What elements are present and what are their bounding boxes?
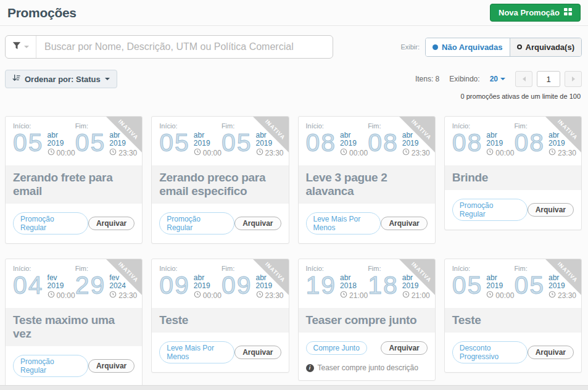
archive-button[interactable]: Arquivar bbox=[528, 203, 574, 217]
sort-label: Ordenar por: Status bbox=[25, 75, 101, 84]
promo-card: INATIVA Início: 19 abr 2018 21:00 Fim: 1… bbox=[298, 259, 436, 381]
card-dates: Início: 09 abr 2019 00:00 Fim: 09 abr bbox=[152, 259, 288, 308]
card-dates: Início: 08 abr 2019 00:00 Fim: 08 abr bbox=[445, 117, 581, 165]
archive-button[interactable]: Arquivar bbox=[88, 217, 135, 230]
clock-icon bbox=[549, 291, 556, 300]
end-date: Fim: 08 abr 2019 23:30 bbox=[514, 122, 576, 157]
end-day: 18 bbox=[368, 273, 399, 297]
page-size-dropdown[interactable]: 20 bbox=[490, 75, 505, 83]
archive-button[interactable]: Arquivar bbox=[234, 346, 281, 359]
promo-type-tag[interactable]: Promoção Regular bbox=[13, 355, 88, 377]
start-year: 2019 bbox=[340, 139, 368, 147]
exibindo-label: Exibindo: bbox=[449, 75, 479, 83]
toggle-archived[interactable]: Arquivada(s) bbox=[510, 38, 581, 56]
filter-row: Exibir: Não Arquivadas Arquivada(s) bbox=[0, 26, 588, 59]
promo-title: Brinde bbox=[445, 165, 581, 190]
start-year: 2019 bbox=[194, 282, 222, 290]
start-time: 00:00 bbox=[349, 149, 368, 157]
end-day: 09 bbox=[222, 273, 252, 297]
start-date: Início: 04 fev 2019 00:00 bbox=[13, 265, 75, 300]
end-time: 21:00 bbox=[412, 291, 430, 300]
start-date: Início: 05 abr 2019 00:00 bbox=[159, 122, 222, 157]
promo-type-tag[interactable]: Promoção Regular bbox=[452, 199, 528, 221]
promo-description-text: Teaser compre junto descrição bbox=[318, 363, 418, 372]
start-time: 00:00 bbox=[57, 291, 75, 300]
card-footer: Promoção Regular Arquivar bbox=[6, 346, 142, 386]
promo-type-tag[interactable]: Compre Junto bbox=[306, 341, 367, 355]
promo-card: INATIVA Início: 05 abr 2019 00:00 Fim: 0… bbox=[151, 116, 289, 244]
next-page-button[interactable] bbox=[565, 71, 582, 87]
arrow-left-icon bbox=[523, 77, 526, 81]
end-year: 2024 bbox=[109, 282, 137, 290]
prev-page-button[interactable] bbox=[515, 71, 532, 87]
search-input[interactable] bbox=[36, 36, 333, 58]
chevron-down-icon bbox=[24, 46, 29, 48]
start-time: 00:00 bbox=[203, 149, 222, 157]
start-year: 2019 bbox=[486, 282, 514, 290]
card-dates: Início: 19 abr 2018 21:00 Fim: 18 abr bbox=[299, 259, 435, 308]
filter-funnel-icon bbox=[12, 41, 21, 52]
toggle-not-archived[interactable]: Não Arquivadas bbox=[426, 38, 510, 56]
start-day: 19 bbox=[306, 273, 337, 297]
end-day: 29 bbox=[75, 273, 106, 297]
start-time: 00:00 bbox=[203, 291, 222, 300]
end-date: Fim: 05 abr 2019 23:30 bbox=[514, 265, 576, 300]
end-time: 23:30 bbox=[558, 149, 576, 157]
grid-icon bbox=[564, 8, 572, 17]
archive-button[interactable]: Arquivar bbox=[234, 217, 281, 230]
archive-button[interactable]: Arquivar bbox=[381, 217, 427, 230]
clock-icon bbox=[486, 291, 494, 300]
not-archived-label: Não Arquivadas bbox=[442, 43, 503, 52]
promo-card: INATIVA Início: 08 abr 2019 00:00 Fim: 0… bbox=[298, 116, 436, 244]
card-footer: Promoção Regular Arquivar bbox=[445, 190, 581, 230]
end-year: 2019 bbox=[402, 282, 430, 290]
end-day: 05 bbox=[222, 131, 252, 154]
card-dates: Início: 05 abr 2019 00:00 Fim: 05 abr bbox=[445, 259, 581, 308]
archive-button[interactable]: Arquivar bbox=[88, 359, 135, 373]
card-footer: Leve Mais Por Menos Arquivar bbox=[152, 333, 288, 372]
start-year: 2019 bbox=[194, 139, 222, 147]
promo-title: Zerando preco para email especifico bbox=[152, 165, 288, 204]
exibir-group: Exibir: Não Arquivadas Arquivada(s) bbox=[400, 38, 582, 57]
toolbar-row: Ordenar por: Status Itens: 8 Exibindo: 2… bbox=[0, 59, 588, 88]
sort-by-button[interactable]: Ordenar por: Status bbox=[5, 70, 117, 88]
start-year: 2018 bbox=[340, 282, 368, 290]
page-title: Promoções bbox=[7, 6, 77, 20]
end-day: 05 bbox=[75, 131, 106, 154]
clock-icon bbox=[340, 291, 347, 300]
clock-icon bbox=[48, 148, 55, 157]
radio-selected-icon bbox=[433, 44, 438, 50]
clock-icon bbox=[402, 291, 410, 300]
start-year: 2019 bbox=[486, 139, 514, 147]
end-time: 23:30 bbox=[118, 149, 137, 157]
page-number-input[interactable] bbox=[537, 71, 560, 87]
card-dates: Início: 04 fev 2019 00:00 Fim: 29 fev bbox=[6, 259, 142, 308]
promo-type-tag[interactable]: Promoção Regular bbox=[159, 212, 234, 234]
archive-button[interactable]: Arquivar bbox=[381, 341, 427, 355]
end-time: 23:30 bbox=[412, 149, 430, 157]
start-time: 00:00 bbox=[57, 149, 75, 157]
promo-type-tag[interactable]: Leve Mais Por Menos bbox=[306, 212, 381, 234]
promo-card: INATIVA Início: 05 abr 2019 00:00 Fim: 0… bbox=[5, 116, 143, 244]
arrow-right-icon bbox=[572, 77, 575, 81]
radio-unselected-icon bbox=[517, 44, 522, 49]
new-promotion-button[interactable]: Nova Promoção bbox=[490, 4, 581, 22]
promo-type-tag[interactable]: Leve Mais Por Menos bbox=[159, 341, 234, 363]
promo-type-tag[interactable]: Desconto Progressivo bbox=[452, 341, 528, 363]
promo-type-tag[interactable]: Promoção Regular bbox=[13, 212, 88, 234]
clock-icon bbox=[194, 291, 201, 300]
archive-button[interactable]: Arquivar bbox=[528, 346, 574, 359]
end-date: Fim: 09 abr 2019 23:30 bbox=[222, 265, 284, 300]
end-year: 2019 bbox=[109, 139, 137, 147]
promotions-grid: INATIVA Início: 05 abr 2019 00:00 Fim: 0… bbox=[0, 116, 588, 390]
start-day: 08 bbox=[452, 131, 483, 154]
top-pagination: Itens: 8 Exibindo: 20 bbox=[415, 71, 582, 87]
promo-card: INATIVA Início: 04 fev 2019 00:00 Fim: 2… bbox=[5, 259, 143, 390]
page-size-value: 20 bbox=[490, 75, 498, 83]
archive-filter-toggle: Não Arquivadas Arquivada(s) bbox=[425, 38, 582, 57]
search-filter-dropdown[interactable] bbox=[6, 36, 36, 58]
items-count: Itens: 8 bbox=[415, 75, 439, 83]
card-footer: Promoção Regular Arquivar bbox=[152, 204, 288, 243]
end-day: 08 bbox=[514, 131, 545, 154]
end-time: 23:30 bbox=[118, 291, 137, 300]
